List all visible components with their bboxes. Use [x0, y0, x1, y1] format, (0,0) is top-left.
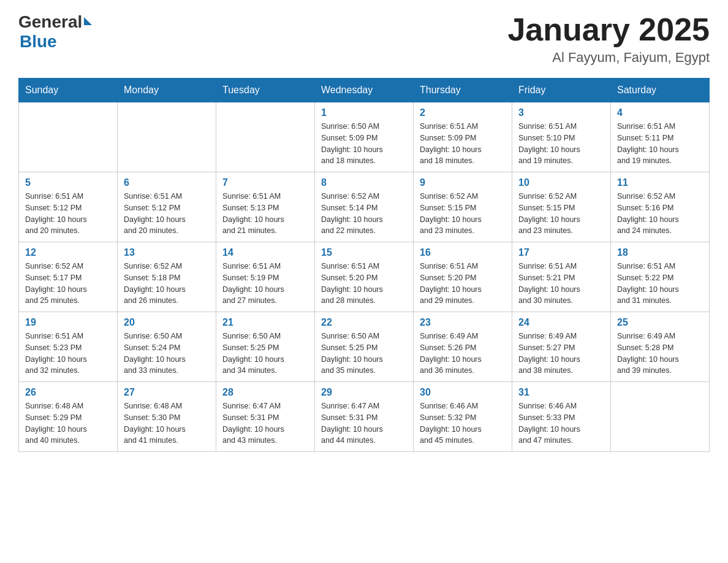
- calendar-cell: 22Sunrise: 6:50 AM Sunset: 5:25 PM Dayli…: [315, 312, 414, 382]
- calendar-cell: 29Sunrise: 6:47 AM Sunset: 5:31 PM Dayli…: [315, 382, 414, 452]
- day-info: Sunrise: 6:52 AM Sunset: 5:18 PM Dayligh…: [124, 261, 210, 307]
- title-block: January 2025 Al Fayyum, Faiyum, Egypt: [507, 12, 710, 66]
- calendar-cell: 13Sunrise: 6:52 AM Sunset: 5:18 PM Dayli…: [118, 242, 216, 312]
- month-title: January 2025: [507, 12, 710, 47]
- day-info: Sunrise: 6:51 AM Sunset: 5:21 PM Dayligh…: [518, 261, 604, 307]
- day-number: 5: [25, 177, 111, 188]
- day-info: Sunrise: 6:48 AM Sunset: 5:30 PM Dayligh…: [124, 400, 210, 446]
- day-info: Sunrise: 6:51 AM Sunset: 5:09 PM Dayligh…: [420, 121, 506, 167]
- calendar-cell: [19, 102, 118, 172]
- calendar-cell: 23Sunrise: 6:49 AM Sunset: 5:26 PM Dayli…: [414, 312, 512, 382]
- logo-blue-text: Blue: [18, 32, 92, 52]
- calendar-cell: 25Sunrise: 6:49 AM Sunset: 5:28 PM Dayli…: [611, 312, 710, 382]
- calendar-week-row: 26Sunrise: 6:48 AM Sunset: 5:29 PM Dayli…: [19, 382, 710, 452]
- calendar-cell: 1Sunrise: 6:50 AM Sunset: 5:09 PM Daylig…: [315, 102, 414, 172]
- calendar-cell: 15Sunrise: 6:51 AM Sunset: 5:20 PM Dayli…: [315, 242, 414, 312]
- day-number: 29: [321, 387, 407, 398]
- day-number: 12: [25, 247, 111, 258]
- calendar-header-wednesday: Wednesday: [315, 79, 414, 102]
- logo-arrow-icon: [84, 17, 92, 25]
- calendar-cell: 17Sunrise: 6:51 AM Sunset: 5:21 PM Dayli…: [512, 242, 611, 312]
- day-info: Sunrise: 6:51 AM Sunset: 5:22 PM Dayligh…: [617, 261, 703, 307]
- calendar-cell: 11Sunrise: 6:52 AM Sunset: 5:16 PM Dayli…: [611, 172, 710, 242]
- calendar-cell: 30Sunrise: 6:46 AM Sunset: 5:32 PM Dayli…: [414, 382, 512, 452]
- calendar-week-row: 19Sunrise: 6:51 AM Sunset: 5:23 PM Dayli…: [19, 312, 710, 382]
- calendar-cell: 24Sunrise: 6:49 AM Sunset: 5:27 PM Dayli…: [512, 312, 611, 382]
- day-number: 24: [518, 317, 604, 328]
- day-info: Sunrise: 6:46 AM Sunset: 5:33 PM Dayligh…: [518, 400, 604, 446]
- calendar-cell: 3Sunrise: 6:51 AM Sunset: 5:10 PM Daylig…: [512, 102, 611, 172]
- day-number: 18: [617, 247, 703, 258]
- calendar-cell: 6Sunrise: 6:51 AM Sunset: 5:12 PM Daylig…: [118, 172, 216, 242]
- day-info: Sunrise: 6:51 AM Sunset: 5:13 PM Dayligh…: [222, 191, 308, 237]
- day-info: Sunrise: 6:52 AM Sunset: 5:14 PM Dayligh…: [321, 191, 407, 237]
- day-info: Sunrise: 6:50 AM Sunset: 5:25 PM Dayligh…: [321, 331, 407, 377]
- calendar-cell: 4Sunrise: 6:51 AM Sunset: 5:11 PM Daylig…: [611, 102, 710, 172]
- day-info: Sunrise: 6:50 AM Sunset: 5:25 PM Dayligh…: [222, 331, 308, 377]
- day-number: 2: [420, 107, 506, 118]
- day-info: Sunrise: 6:50 AM Sunset: 5:24 PM Dayligh…: [124, 331, 210, 377]
- location-title: Al Fayyum, Faiyum, Egypt: [507, 50, 710, 66]
- day-info: Sunrise: 6:52 AM Sunset: 5:15 PM Dayligh…: [518, 191, 604, 237]
- day-info: Sunrise: 6:51 AM Sunset: 5:12 PM Dayligh…: [25, 191, 111, 237]
- day-info: Sunrise: 6:48 AM Sunset: 5:29 PM Dayligh…: [25, 400, 111, 446]
- day-number: 27: [124, 387, 210, 398]
- calendar-cell: [216, 102, 315, 172]
- calendar-header-row: SundayMondayTuesdayWednesdayThursdayFrid…: [19, 79, 710, 102]
- day-info: Sunrise: 6:50 AM Sunset: 5:09 PM Dayligh…: [321, 121, 407, 167]
- day-number: 14: [222, 247, 308, 258]
- calendar-cell: 26Sunrise: 6:48 AM Sunset: 5:29 PM Dayli…: [19, 382, 118, 452]
- calendar-cell: 12Sunrise: 6:52 AM Sunset: 5:17 PM Dayli…: [19, 242, 118, 312]
- calendar-cell: 20Sunrise: 6:50 AM Sunset: 5:24 PM Dayli…: [118, 312, 216, 382]
- calendar-cell: 2Sunrise: 6:51 AM Sunset: 5:09 PM Daylig…: [414, 102, 512, 172]
- calendar-table: SundayMondayTuesdayWednesdayThursdayFrid…: [18, 78, 710, 452]
- day-number: 30: [420, 387, 506, 398]
- day-number: 13: [124, 247, 210, 258]
- day-info: Sunrise: 6:52 AM Sunset: 5:16 PM Dayligh…: [617, 191, 703, 237]
- day-number: 23: [420, 317, 506, 328]
- calendar-header-thursday: Thursday: [414, 79, 512, 102]
- day-info: Sunrise: 6:47 AM Sunset: 5:31 PM Dayligh…: [222, 400, 308, 446]
- day-info: Sunrise: 6:51 AM Sunset: 5:11 PM Dayligh…: [617, 121, 703, 167]
- day-info: Sunrise: 6:46 AM Sunset: 5:32 PM Dayligh…: [420, 400, 506, 446]
- day-number: 10: [518, 177, 604, 188]
- day-number: 9: [420, 177, 506, 188]
- calendar-cell: 31Sunrise: 6:46 AM Sunset: 5:33 PM Dayli…: [512, 382, 611, 452]
- calendar-cell: 21Sunrise: 6:50 AM Sunset: 5:25 PM Dayli…: [216, 312, 315, 382]
- day-info: Sunrise: 6:52 AM Sunset: 5:17 PM Dayligh…: [25, 261, 111, 307]
- day-number: 8: [321, 177, 407, 188]
- day-info: Sunrise: 6:47 AM Sunset: 5:31 PM Dayligh…: [321, 400, 407, 446]
- day-number: 3: [518, 107, 604, 118]
- page-header: General Blue January 2025 Al Fayyum, Fai…: [18, 12, 710, 66]
- day-info: Sunrise: 6:51 AM Sunset: 5:19 PM Dayligh…: [222, 261, 308, 307]
- calendar-week-row: 1Sunrise: 6:50 AM Sunset: 5:09 PM Daylig…: [19, 102, 710, 172]
- day-info: Sunrise: 6:51 AM Sunset: 5:20 PM Dayligh…: [321, 261, 407, 307]
- day-number: 19: [25, 317, 111, 328]
- day-number: 1: [321, 107, 407, 118]
- calendar-cell: 7Sunrise: 6:51 AM Sunset: 5:13 PM Daylig…: [216, 172, 315, 242]
- day-number: 31: [518, 387, 604, 398]
- day-number: 28: [222, 387, 308, 398]
- calendar-header-monday: Monday: [118, 79, 216, 102]
- day-number: 4: [617, 107, 703, 118]
- calendar-cell: 16Sunrise: 6:51 AM Sunset: 5:20 PM Dayli…: [414, 242, 512, 312]
- day-number: 20: [124, 317, 210, 328]
- day-number: 25: [617, 317, 703, 328]
- logo-general-text: General: [18, 12, 82, 32]
- calendar-cell: [118, 102, 216, 172]
- day-number: 26: [25, 387, 111, 398]
- day-info: Sunrise: 6:51 AM Sunset: 5:12 PM Dayligh…: [124, 191, 210, 237]
- day-info: Sunrise: 6:52 AM Sunset: 5:15 PM Dayligh…: [420, 191, 506, 237]
- calendar-cell: 8Sunrise: 6:52 AM Sunset: 5:14 PM Daylig…: [315, 172, 414, 242]
- day-number: 15: [321, 247, 407, 258]
- calendar-cell: 14Sunrise: 6:51 AM Sunset: 5:19 PM Dayli…: [216, 242, 315, 312]
- day-info: Sunrise: 6:49 AM Sunset: 5:26 PM Dayligh…: [420, 331, 506, 377]
- day-number: 7: [222, 177, 308, 188]
- calendar-header-sunday: Sunday: [19, 79, 118, 102]
- calendar-cell: 27Sunrise: 6:48 AM Sunset: 5:30 PM Dayli…: [118, 382, 216, 452]
- day-number: 11: [617, 177, 703, 188]
- day-info: Sunrise: 6:49 AM Sunset: 5:28 PM Dayligh…: [617, 331, 703, 377]
- calendar-cell: 9Sunrise: 6:52 AM Sunset: 5:15 PM Daylig…: [414, 172, 512, 242]
- day-info: Sunrise: 6:51 AM Sunset: 5:23 PM Dayligh…: [25, 331, 111, 377]
- calendar-cell: [611, 382, 710, 452]
